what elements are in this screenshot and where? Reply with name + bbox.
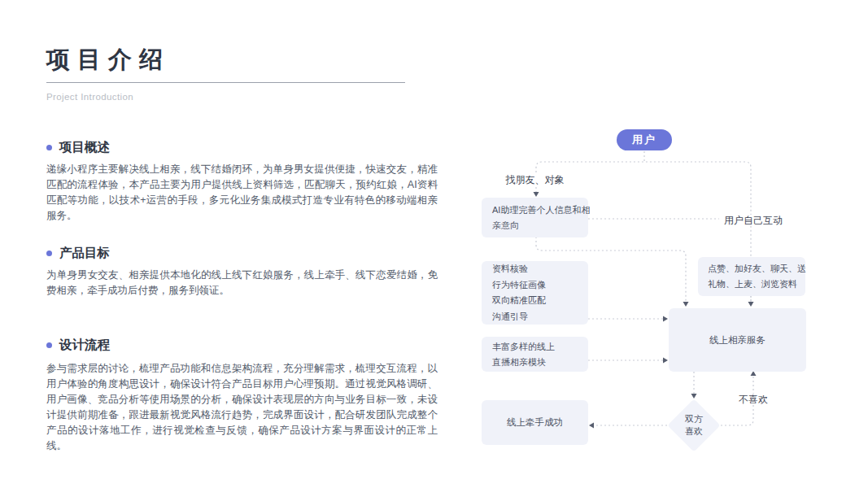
flow-node-live-module: 丰富多样的线上 直播相亲模块 [482,337,588,372]
flow-connectors [0,0,868,488]
flow-node-online-service: 线上相亲服务 [669,308,806,372]
flow-label-find-friends: 找朋友、对象 [484,174,586,185]
node-line: 直播相亲模块 [492,355,578,370]
flow-label-dislike: 不喜欢 [736,394,770,405]
node-line: 双方 [670,413,718,425]
flow-node-ai-assistant: AI助理完善个人信息和相 亲意向 [482,198,588,237]
flow-node-user-label: 用户 [632,133,656,147]
node-line: 行为特征画像 [492,277,578,294]
flow-node-user: 用户 [617,129,672,150]
node-line: 点赞、加好友、聊天、送 [708,261,796,277]
node-line: 双向精准匹配 [492,293,578,309]
node-line: 礼物、上麦、浏览资料 [708,277,796,292]
node-line: AI助理完善个人信息和相 [492,203,578,218]
flow-node-success: 线上牵手成功 [482,400,588,445]
node-line: 丰富多样的线上 [492,339,578,355]
node-line: 资料核验 [492,261,578,277]
flow-node-matching-features: 资料核验 行为特征画像 双向精准匹配 沟通引导 [482,261,588,325]
flow-node-interactions: 点赞、加好友、聊天、送 礼物、上麦、浏览资料 [698,257,805,296]
flow-label-self-interact: 用户自己互动 [719,215,787,226]
flow-decision-label: 双方 喜欢 [670,413,718,438]
node-line: 喜欢 [670,425,718,438]
node-line: 亲意向 [492,218,578,233]
node-line: 沟通引导 [492,309,578,325]
